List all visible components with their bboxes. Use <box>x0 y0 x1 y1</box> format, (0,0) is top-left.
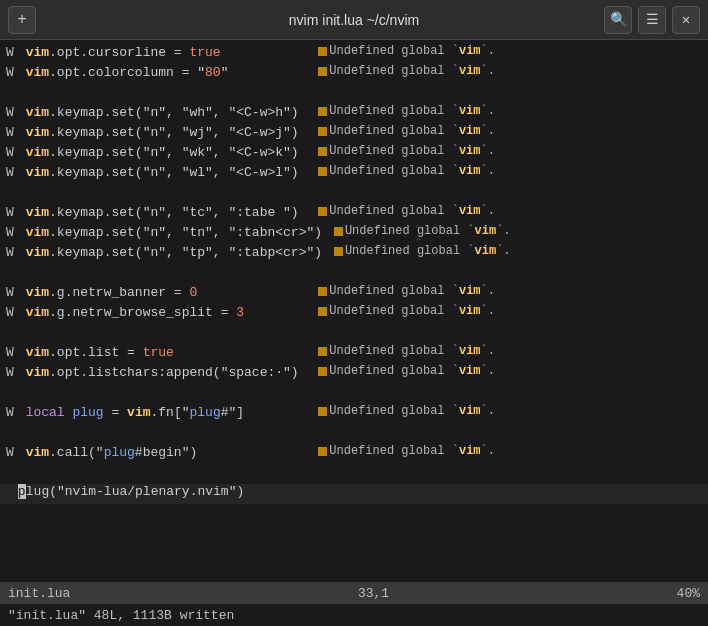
warning-square-icon <box>318 127 327 136</box>
code-text: vim.call("plug#begin") <box>18 445 197 460</box>
status-percent: 40% <box>677 586 700 601</box>
empty-marker <box>6 384 14 399</box>
warning-text: Undefined global `vim`. <box>329 284 495 298</box>
code-line <box>0 184 708 204</box>
warning-marker: W <box>6 285 14 300</box>
code-text: vim.keymap.set("n", "wh", "<C-w>h") <box>18 105 299 120</box>
search-button[interactable]: 🔍 <box>604 6 632 34</box>
code-text: vim.keymap.set("n", "wj", "<C-w>j") <box>18 125 299 140</box>
code-line: W vim.g.netrw_browse_split = 3 Undefined… <box>0 304 708 324</box>
warning-block: Undefined global `vim`. <box>318 344 495 358</box>
warning-square-icon <box>318 367 327 376</box>
warn-padding <box>197 285 314 300</box>
warning-marker: W <box>6 345 14 360</box>
warning-text: Undefined global `vim`. <box>329 124 495 138</box>
warning-text: Undefined global `vim`. <box>329 44 495 58</box>
code-line: W vim.opt.colorcolumn = "80" Undefined g… <box>0 64 708 84</box>
warning-marker: W <box>6 205 14 220</box>
code-line <box>0 424 708 444</box>
empty-marker <box>6 264 14 279</box>
menu-button[interactable]: ☰ <box>638 6 666 34</box>
warning-marker: W <box>6 65 14 80</box>
titlebar-actions: 🔍 ☰ ✕ <box>604 6 700 34</box>
empty-marker <box>6 184 14 199</box>
code-line: W local plug = vim.fn["plug#"] Undefined… <box>0 404 708 424</box>
editor-area: W vim.opt.cursorline = true Undefined gl… <box>0 40 708 582</box>
warning-block: Undefined global `vim`. <box>318 44 495 58</box>
warning-text: Undefined global `vim`. <box>329 144 495 158</box>
warn-padding <box>228 65 314 80</box>
warning-square-icon <box>318 347 327 356</box>
empty-marker <box>6 324 14 339</box>
warning-square-icon <box>334 247 343 256</box>
warn-padding <box>244 305 314 320</box>
warning-square-icon <box>318 67 327 76</box>
code-line: W vim.call("plug#begin") Undefined globa… <box>0 444 708 464</box>
warn-padding <box>174 345 314 360</box>
warn-padding <box>299 165 315 180</box>
window-title: nvim init.lua ~/c/nvim <box>289 12 419 28</box>
warning-text: Undefined global `vim`. <box>329 304 495 318</box>
titlebar: + nvim init.lua ~/c/nvim 🔍 ☰ ✕ <box>0 0 708 40</box>
warning-square-icon <box>318 107 327 116</box>
code-area[interactable]: W vim.opt.cursorline = true Undefined gl… <box>0 40 708 582</box>
warning-square-icon <box>334 227 343 236</box>
warning-marker: W <box>6 105 14 120</box>
empty-marker <box>6 484 14 499</box>
warning-block: Undefined global `vim`. <box>318 124 495 138</box>
cmdline-text: "init.lua" 48L, 1113B written <box>8 608 234 623</box>
warning-block: Undefined global `vim`. <box>318 104 495 118</box>
code-text: vim.keymap.set("n", "wl", "<C-w>l") <box>18 165 299 180</box>
warning-marker: W <box>6 145 14 160</box>
empty-marker <box>6 84 14 99</box>
code-line: W vim.opt.list = true Undefined global `… <box>0 344 708 364</box>
status-bar: init.lua 33,1 40% <box>0 582 708 604</box>
code-line: W vim.keymap.set("n", "tp", ":tabp<cr>")… <box>0 244 708 264</box>
warning-marker: W <box>6 225 14 240</box>
code-text: vim.keymap.set("n", "tp", ":tabp<cr>") <box>18 245 322 260</box>
code-text: vim.g.netrw_banner = 0 <box>18 285 197 300</box>
warning-marker: W <box>6 405 14 420</box>
warning-text: Undefined global `vim`. <box>329 104 495 118</box>
titlebar-left: + <box>8 6 36 34</box>
code-text: vim.opt.list = true <box>18 345 174 360</box>
code-text: vim.opt.colorcolumn = "80" <box>18 65 229 80</box>
warning-marker: W <box>6 305 14 320</box>
code-line: plug("nvim-lua/plenary.nvim") <box>0 484 708 504</box>
code-line: W vim.opt.listchars:append("space:·") Un… <box>0 364 708 384</box>
cursor: p <box>18 484 26 499</box>
warning-text: Undefined global `vim`. <box>329 364 495 378</box>
code-line <box>0 84 708 104</box>
code-text: vim.keymap.set("n", "tn", ":tabn<cr>") <box>18 225 322 240</box>
warning-marker: W <box>6 125 14 140</box>
code-text: vim.g.netrw_browse_split = 3 <box>18 305 244 320</box>
code-line: W vim.keymap.set("n", "wj", "<C-w>j") Un… <box>0 124 708 144</box>
warn-padding <box>299 105 315 120</box>
new-tab-button[interactable]: + <box>8 6 36 34</box>
warning-block: Undefined global `vim`. <box>318 404 495 418</box>
warning-block: Undefined global `vim`. <box>334 244 511 258</box>
warning-text: Undefined global `vim`. <box>329 444 495 458</box>
warning-marker: W <box>6 45 14 60</box>
empty-marker <box>6 424 14 439</box>
code-line <box>0 264 708 284</box>
code-text: vim.keymap.set("n", "wk", "<C-w>k") <box>18 145 299 160</box>
empty-marker <box>6 464 14 479</box>
warn-padding <box>299 145 315 160</box>
warn-padding <box>299 125 315 140</box>
code-text: lug("nvim-lua/plenary.nvim") <box>26 484 244 499</box>
warning-block: Undefined global `vim`. <box>318 204 495 218</box>
code-text: local plug = vim.fn["plug#"] <box>18 405 244 420</box>
code-line: W vim.keymap.set("n", "tn", ":tabn<cr>")… <box>0 224 708 244</box>
warn-padding <box>322 225 330 240</box>
warn-padding <box>221 45 315 60</box>
code-line: W vim.opt.cursorline = true Undefined gl… <box>0 44 708 64</box>
code-line: W vim.keymap.set("n", "tc", ":tabe ") Un… <box>0 204 708 224</box>
close-button[interactable]: ✕ <box>672 6 700 34</box>
code-line <box>0 324 708 344</box>
code-line <box>0 464 708 484</box>
warning-text: Undefined global `vim`. <box>329 404 495 418</box>
warn-padding <box>299 205 315 220</box>
warning-text: Undefined global `vim`. <box>329 344 495 358</box>
warning-square-icon <box>318 447 327 456</box>
